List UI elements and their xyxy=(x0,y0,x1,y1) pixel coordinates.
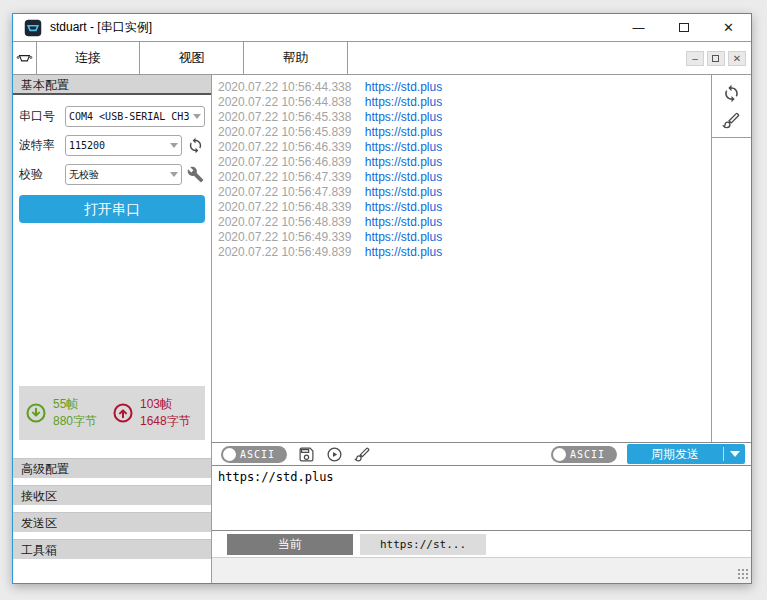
tab-current[interactable]: 当前 xyxy=(227,534,353,555)
com-port-row: 串口号 COM4 <USB-SERIAL CH3 xyxy=(19,106,205,127)
parity-select[interactable]: 无校验 xyxy=(65,164,182,185)
toggle-knob xyxy=(553,448,566,461)
log-url[interactable]: https://std.plus xyxy=(365,110,442,124)
content-area: 基本配置 串口号 COM4 <USB-SERIAL CH3 波特率 115200 xyxy=(13,75,751,583)
minimize-button[interactable]: — xyxy=(616,14,661,41)
receive-ascii-toggle[interactable]: ASCII xyxy=(221,446,287,463)
save-icon[interactable] xyxy=(298,446,315,463)
log-url[interactable]: https://std.plus xyxy=(365,200,442,214)
app-icon xyxy=(24,19,42,37)
middle-toolbar: ASCII ASCII 周期发送 xyxy=(212,442,751,466)
maximize-button[interactable] xyxy=(661,14,706,41)
menu-connect[interactable]: 连接 xyxy=(36,42,140,74)
log-timestamp: 2020.07.22 10:56:47.839 xyxy=(218,185,351,199)
mdi-window-buttons: – ✕ xyxy=(686,42,751,74)
log-url[interactable]: https://std.plus xyxy=(365,95,442,109)
log-url[interactable]: https://std.plus xyxy=(365,215,442,229)
refresh-ports-icon[interactable] xyxy=(185,136,205,156)
parity-label: 校验 xyxy=(19,166,65,183)
play-icon[interactable] xyxy=(326,446,343,463)
log-timestamp: 2020.07.22 10:56:49.339 xyxy=(218,230,351,244)
refresh-icon[interactable] xyxy=(722,84,741,103)
log-line: 2020.07.22 10:56:44.838 https://std.plus xyxy=(218,95,711,110)
log-line: 2020.07.22 10:56:49.839 https://std.plus xyxy=(218,245,711,260)
resize-grip-icon[interactable] xyxy=(737,568,748,579)
log-line: 2020.07.22 10:56:47.339 https://std.plus xyxy=(218,170,711,185)
log-url[interactable]: https://std.plus xyxy=(365,155,442,169)
receive-log-region: 2020.07.22 10:56:44.338 https://std.plus… xyxy=(212,75,751,442)
tx-frames: 103帧 xyxy=(140,396,191,413)
open-port-button[interactable]: 打开串口 xyxy=(19,195,205,223)
app-window: stduart - [串口实例] — ✕ 连接 视图 帮助 – ✕ 基本配置 串… xyxy=(12,13,752,584)
parity-value: 无校验 xyxy=(69,168,168,182)
send-ascii-label: ASCII xyxy=(570,449,605,460)
baud-rate-select[interactable]: 115200 xyxy=(65,135,182,156)
menu-help[interactable]: 帮助 xyxy=(244,42,348,74)
log-side-toolbar-top xyxy=(712,75,751,138)
log-timestamp: 2020.07.22 10:56:49.839 xyxy=(218,245,351,259)
maximize-icon xyxy=(679,23,689,32)
log-line: 2020.07.22 10:56:48.339 https://std.plus xyxy=(218,200,711,215)
log-view[interactable]: 2020.07.22 10:56:44.338 https://std.plus… xyxy=(212,75,711,442)
clear-log-brush-icon[interactable] xyxy=(722,111,741,130)
menu-spacer xyxy=(348,42,686,74)
log-line: 2020.07.22 10:56:48.839 https://std.plus xyxy=(218,215,711,230)
log-line: 2020.07.22 10:56:46.839 https://std.plus xyxy=(218,155,711,170)
tab-saved-url[interactable]: https://st... xyxy=(360,534,486,555)
rx-bytes: 880字节 xyxy=(53,413,97,430)
tx-stats: 103帧 1648字节 xyxy=(112,396,199,430)
send-tab-bar: 当前 https://st... xyxy=(212,531,751,557)
log-url[interactable]: https://std.plus xyxy=(365,80,442,94)
log-url[interactable]: https://std.plus xyxy=(365,230,442,244)
log-side-toolbar xyxy=(711,75,751,442)
log-url[interactable]: https://std.plus xyxy=(365,245,442,259)
basic-config-form: 串口号 COM4 <USB-SERIAL CH3 波特率 115200 xyxy=(13,95,211,193)
chevron-down-icon xyxy=(730,451,740,457)
baud-rate-value: 115200 xyxy=(69,140,168,151)
sidebar-spacer xyxy=(13,223,211,386)
log-line: 2020.07.22 10:56:45.839 https://std.plus xyxy=(218,125,711,140)
rx-stats: 55帧 880字节 xyxy=(25,396,112,430)
baud-rate-label: 波特率 xyxy=(19,137,65,154)
menu-bar: 连接 视图 帮助 – ✕ xyxy=(13,42,751,75)
periodic-send-dropdown[interactable] xyxy=(723,447,745,461)
log-url[interactable]: https://std.plus xyxy=(365,170,442,184)
sidebar-section-receive[interactable]: 接收区 xyxy=(13,485,211,505)
close-button[interactable]: ✕ xyxy=(706,14,751,41)
upload-arrow-icon xyxy=(112,402,134,424)
log-timestamp: 2020.07.22 10:56:44.838 xyxy=(218,95,351,109)
parity-row: 校验 无校验 xyxy=(19,164,205,185)
chevron-down-icon xyxy=(170,172,178,177)
sidebar-section-advanced[interactable]: 高级配置 xyxy=(13,458,211,478)
send-ascii-toggle[interactable]: ASCII xyxy=(551,446,617,463)
log-line: 2020.07.22 10:56:49.339 https://std.plus xyxy=(218,230,711,245)
clear-receive-brush-icon[interactable] xyxy=(354,446,371,463)
sidebar-section-toolbox[interactable]: 工具箱 xyxy=(13,539,211,559)
log-line: 2020.07.22 10:56:45.338 https://std.plus xyxy=(218,110,711,125)
log-line: 2020.07.22 10:56:47.839 https://std.plus xyxy=(218,185,711,200)
basic-config-header[interactable]: 基本配置 xyxy=(13,75,211,95)
menu-view[interactable]: 视图 xyxy=(140,42,244,74)
advanced-settings-wrench-icon[interactable] xyxy=(185,165,205,185)
log-timestamp: 2020.07.22 10:56:48.839 xyxy=(218,215,351,229)
log-url[interactable]: https://std.plus xyxy=(365,140,442,154)
log-url[interactable]: https://std.plus xyxy=(365,185,442,199)
sidebar-section-send[interactable]: 发送区 xyxy=(13,512,211,532)
mdi-minimize-button[interactable]: – xyxy=(686,51,704,66)
chevron-down-icon xyxy=(193,114,201,119)
periodic-send-label: 周期发送 xyxy=(627,446,723,463)
periodic-send-button[interactable]: 周期发送 xyxy=(627,444,745,464)
rx-frames: 55帧 xyxy=(53,396,97,413)
log-timestamp: 2020.07.22 10:56:47.339 xyxy=(218,170,351,184)
log-line: 2020.07.22 10:56:46.339 https://std.plus xyxy=(218,140,711,155)
window-title: stduart - [串口实例] xyxy=(50,19,616,36)
log-url[interactable]: https://std.plus xyxy=(365,125,442,139)
com-port-select[interactable]: COM4 <USB-SERIAL CH3 xyxy=(65,106,205,127)
sidebar-bottom-pad xyxy=(13,559,211,583)
com-port-label: 串口号 xyxy=(19,108,65,125)
download-arrow-icon xyxy=(25,402,47,424)
mdi-close-button[interactable]: ✕ xyxy=(728,51,746,66)
mdi-restore-button[interactable] xyxy=(707,51,725,66)
log-timestamp: 2020.07.22 10:56:45.839 xyxy=(218,125,351,139)
send-input-area[interactable]: https://std.plus xyxy=(212,466,751,531)
